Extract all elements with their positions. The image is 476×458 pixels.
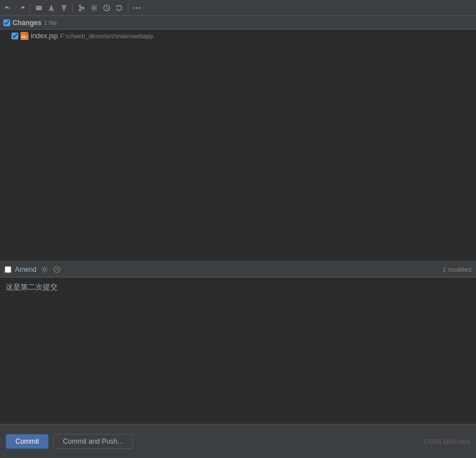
revert-toolbar-icon[interactable]	[114, 3, 124, 13]
toolbar-separator-2	[72, 3, 73, 13]
csdn-watermark: CSDN @kill-java	[423, 438, 470, 445]
toolbar	[0, 0, 476, 16]
more-toolbar-icon[interactable]	[132, 3, 142, 13]
svg-rect-2	[36, 9, 42, 10]
changes-section: Changes 1 file jsp index.jsp F:\ci\web_d…	[0, 16, 476, 262]
file-item: jsp index.jsp F:\ci\web_demo\src\main\we…	[0, 30, 476, 42]
svg-point-4	[79, 9, 82, 11]
amend-label[interactable]: Amend	[15, 266, 37, 274]
undo-icon[interactable]	[3, 3, 14, 13]
amend-bar: Amend 1 modified	[0, 262, 476, 278]
svg-point-10	[139, 7, 141, 9]
commit-message-area	[0, 278, 476, 423]
svg-point-8	[133, 7, 135, 9]
changes-count: 1 file	[44, 19, 57, 26]
svg-rect-1	[36, 7, 42, 9]
jsp-file-icon: jsp	[21, 32, 29, 40]
amend-clock-icon[interactable]	[53, 265, 62, 274]
svg-text:jsp: jsp	[21, 35, 26, 38]
gear-toolbar-icon[interactable]	[89, 3, 99, 13]
action-bar: Commit Commit and Push... CSDN @kill-jav…	[0, 424, 476, 458]
update-icon[interactable]	[34, 3, 44, 13]
svg-point-3	[79, 5, 82, 7]
amend-modified: 1 modified	[442, 266, 471, 273]
changes-all-checkbox[interactable]	[3, 19, 10, 26]
file-checkbox[interactable]	[11, 33, 18, 39]
redo-icon[interactable]	[16, 3, 26, 13]
branch-icon[interactable]	[76, 3, 87, 13]
commit-button[interactable]: Commit	[6, 434, 49, 449]
amend-gear-icon[interactable]	[40, 265, 49, 274]
svg-rect-0	[36, 6, 42, 7]
toolbar-separator-1	[30, 3, 30, 13]
changes-label: Changes	[13, 19, 42, 27]
svg-point-6	[93, 6, 95, 9]
push-branches-icon[interactable]	[59, 3, 69, 13]
commit-push-button[interactable]: Commit and Push...	[53, 434, 132, 449]
svg-point-9	[136, 7, 138, 9]
toolbar-separator-3	[128, 3, 128, 13]
file-path: F:\ci\web_demo\src\main\webapp	[60, 33, 154, 39]
amend-checkbox[interactable]	[5, 266, 11, 273]
fetch-icon[interactable]	[46, 3, 57, 13]
svg-point-13	[43, 268, 46, 270]
commit-message-input[interactable]	[0, 278, 476, 423]
clock-toolbar-icon[interactable]	[102, 3, 112, 13]
changes-header: Changes 1 file	[0, 16, 476, 30]
file-name[interactable]: index.jsp	[31, 32, 58, 40]
